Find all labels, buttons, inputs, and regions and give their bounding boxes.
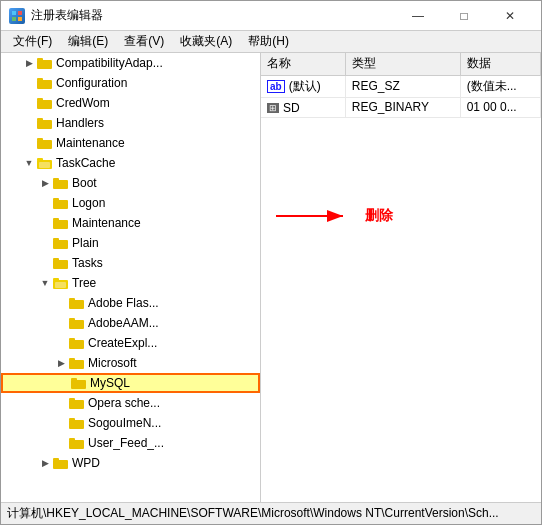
value-data: (数值未... — [460, 75, 540, 97]
svg-rect-26 — [53, 258, 59, 261]
tree-item-credwom[interactable]: ▶ CredWom — [1, 93, 260, 113]
svg-rect-31 — [69, 298, 75, 301]
tree-label: Configuration — [56, 76, 127, 90]
svg-rect-17 — [53, 180, 68, 189]
menu-view[interactable]: 查看(V) — [116, 31, 172, 52]
folder-icon — [37, 116, 53, 130]
expand-icon: ▶ — [53, 435, 69, 451]
folder-icon-open — [37, 156, 53, 170]
col-header-type: 类型 — [345, 53, 460, 75]
close-button[interactable]: ✕ — [487, 1, 533, 31]
tree-item-maintenance2[interactable]: ▶ Maintenance — [1, 213, 260, 233]
table-row[interactable]: ⊞ SD REG_BINARY 01 00 0... — [261, 97, 541, 117]
expand-icon[interactable]: ▶ — [37, 175, 53, 191]
svg-rect-29 — [55, 282, 66, 288]
svg-rect-7 — [37, 78, 43, 81]
col-header-name: 名称 — [261, 53, 345, 75]
values-panel: 名称 类型 数据 ab (默认) REG_SZ — [261, 53, 541, 502]
value-icon-binary: ⊞ SD — [267, 101, 300, 115]
tree-panel[interactable]: ▶ CompatibilityAdap... ▶ — [1, 53, 261, 502]
menu-bar: 文件(F) 编辑(E) 查看(V) 收藏夹(A) 帮助(H) — [1, 31, 541, 53]
title-buttons: — □ ✕ — [395, 1, 533, 31]
svg-rect-32 — [69, 320, 84, 329]
tree-item-handlers[interactable]: ▶ Handlers — [1, 113, 260, 133]
svg-rect-44 — [69, 440, 84, 449]
menu-edit[interactable]: 编辑(E) — [60, 31, 116, 52]
expand-icon: ▶ — [21, 115, 37, 131]
tree-item-logon[interactable]: ▶ Logon — [1, 193, 260, 213]
delete-arrow — [271, 201, 361, 231]
tree-item-maintenance[interactable]: ▶ Maintenance — [1, 133, 260, 153]
expand-icon[interactable]: ▶ — [21, 55, 37, 71]
svg-rect-8 — [37, 100, 52, 109]
svg-rect-3 — [18, 17, 22, 21]
menu-help[interactable]: 帮助(H) — [240, 31, 297, 52]
svg-rect-46 — [53, 460, 68, 469]
folder-icon-open — [53, 276, 69, 290]
tree-item-microsoft[interactable]: ▶ Microsoft — [1, 353, 260, 373]
tree-label: CreateExpl... — [88, 336, 157, 350]
menu-file[interactable]: 文件(F) — [5, 31, 60, 52]
expand-icon[interactable]: ▶ — [37, 455, 53, 471]
values-table: 名称 类型 数据 ab (默认) REG_SZ — [261, 53, 541, 118]
maximize-button[interactable]: □ — [441, 1, 487, 31]
tree-label: Microsoft — [88, 356, 137, 370]
expand-icon: ▶ — [53, 315, 69, 331]
expand-icon[interactable]: ▼ — [37, 275, 53, 291]
tree-label: CredWom — [56, 96, 110, 110]
folder-icon — [69, 316, 85, 330]
expand-icon: ▶ — [21, 95, 37, 111]
svg-rect-47 — [53, 458, 59, 461]
tree-item-boot[interactable]: ▶ Boot — [1, 173, 260, 193]
value-name: ⊞ SD — [261, 97, 345, 117]
folder-icon — [53, 236, 69, 250]
app-icon — [9, 8, 25, 24]
svg-rect-45 — [69, 438, 75, 441]
tree-item-tasks[interactable]: ▶ Tasks — [1, 253, 260, 273]
svg-rect-11 — [37, 118, 43, 121]
tree-item-compatibilityadap[interactable]: ▶ CompatibilityAdap... — [1, 53, 260, 73]
svg-rect-12 — [37, 140, 52, 149]
window-title: 注册表编辑器 — [31, 7, 103, 24]
tree-item-taskcache[interactable]: ▼ TaskCache — [1, 153, 260, 173]
tree-label: Logon — [72, 196, 105, 210]
svg-rect-21 — [53, 220, 68, 229]
svg-rect-39 — [71, 378, 77, 381]
tree-item-createexpl[interactable]: ▶ CreateExpl... — [1, 333, 260, 353]
minimize-button[interactable]: — — [395, 1, 441, 31]
tree-item-userfeed[interactable]: ▶ User_Feed_... — [1, 433, 260, 453]
tree-label: Plain — [72, 236, 99, 250]
svg-rect-22 — [53, 218, 59, 221]
value-data: 01 00 0... — [460, 97, 540, 117]
folder-icon — [69, 356, 85, 370]
svg-rect-5 — [37, 58, 43, 61]
tree-item-sogouime[interactable]: ▶ SogouImeN... — [1, 413, 260, 433]
expand-icon: ▶ — [53, 335, 69, 351]
tree-label: SogouImeN... — [88, 416, 161, 430]
expand-icon: ▶ — [53, 415, 69, 431]
tree-label: Handlers — [56, 116, 104, 130]
title-bar: 注册表编辑器 — □ ✕ — [1, 1, 541, 31]
value-name: ab (默认) — [261, 75, 345, 97]
tree-item-adobeaam[interactable]: ▶ AdobeAAM... — [1, 313, 260, 333]
tree-item-adobeflas[interactable]: ▶ Adobe Flas... — [1, 293, 260, 313]
folder-icon — [71, 376, 87, 390]
expand-icon[interactable]: ▼ — [21, 155, 37, 171]
tree-item-mysql[interactable]: ▶ MySQL — [1, 373, 260, 393]
expand-icon: ▶ — [37, 195, 53, 211]
tree-item-configuration[interactable]: ▶ Configuration — [1, 73, 260, 93]
tree-item-plain[interactable]: ▶ Plain — [1, 233, 260, 253]
tree-label: Boot — [72, 176, 97, 190]
expand-icon: ▶ — [53, 295, 69, 311]
expand-icon[interactable]: ▶ — [53, 355, 69, 371]
svg-rect-25 — [53, 260, 68, 269]
expand-icon: ▶ — [37, 255, 53, 271]
menu-favorites[interactable]: 收藏夹(A) — [172, 31, 240, 52]
tree-item-operasche[interactable]: ▶ Opera sche... — [1, 393, 260, 413]
table-row[interactable]: ab (默认) REG_SZ (数值未... — [261, 75, 541, 97]
tree-item-wpd[interactable]: ▶ WPD — [1, 453, 260, 473]
tree-item-tree[interactable]: ▼ Tree — [1, 273, 260, 293]
svg-rect-30 — [69, 300, 84, 309]
svg-rect-33 — [69, 318, 75, 321]
expand-icon: ▶ — [37, 235, 53, 251]
